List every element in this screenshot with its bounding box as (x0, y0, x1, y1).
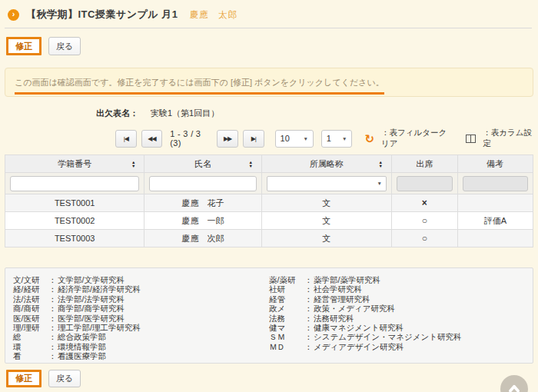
top-toolbar: 修正 戻る (5, 37, 533, 55)
header-name[interactable]: 氏名 ▲▼ (144, 155, 262, 173)
legend-item: ＳＭ：システムデザイン・マネジメント研究科 (269, 332, 525, 341)
sheet-name-value: 実験1（第1回目） (151, 108, 219, 119)
legend-item: 健マ：健康マネジメント研究科 (269, 323, 525, 332)
page-title: 【秋学期】ITC授業サンプル 月1 (26, 8, 178, 22)
table-filter-row: ▼ (5, 173, 533, 194)
cell-attendance: ○ (391, 212, 457, 230)
cell-note (457, 230, 533, 247)
header-student-id-label: 学籍番号 (58, 159, 91, 168)
cell-affiliation: 文 (261, 212, 391, 230)
header-note-label: 備考 (487, 159, 503, 168)
filter-student-id-input[interactable] (10, 176, 139, 191)
table-header-row: 学籍番号 ▲▼ 氏名 ▲▼ 所属略称 ▲▼ 出席 備考 (5, 155, 533, 173)
page-header: › 【秋学期】ITC授業サンプル 月1 慶應 太郎 (5, 0, 533, 22)
sort-icon: ▲▼ (131, 161, 135, 168)
chevron-up-icon (506, 381, 522, 392)
sort-icon: ▲▼ (248, 161, 252, 168)
header-name-label: 氏名 (194, 159, 211, 168)
header-attendance-label: 出席 (416, 159, 433, 168)
cell-name: 慶應 次郎 (144, 230, 262, 247)
attendance-table: 学籍番号 ▲▼ 氏名 ▲▼ 所属略称 ▲▼ 出席 備考 (5, 154, 533, 247)
back-button-bottom[interactable]: 戻る (48, 370, 81, 387)
pagination-bar: |◀ ◀◀ 1 - 3 / 3 (3) ▶▶ ▶| 10 ▼ 1 ▼ ↻ ：表フ… (115, 129, 533, 148)
filter-attendance-input-disabled (397, 176, 453, 191)
confirmation-notice-text: この画面は確認画面です。修正を完了するには画面下の [修正] ボタンをクリックし… (15, 77, 384, 95)
legend-item: 理/理研：理工学部/理工学研究科 (13, 323, 269, 332)
affiliation-legend: 文/文研：文学部/文学研究科 経/経研：経済学部/経済学研究科 法/法研：法学部… (5, 267, 533, 364)
filter-note-input-disabled (463, 176, 528, 191)
legend-item: 総：総合政策学部 (13, 332, 269, 341)
chevron-down-icon: ▼ (303, 136, 307, 141)
edit-button-bottom[interactable]: 修正 (6, 370, 42, 387)
legend-item: 薬/薬研：薬学部/薬学研究科 (269, 275, 525, 284)
bottom-toolbar: 修正 戻る (5, 370, 533, 387)
sheet-meta: 出欠表名： 実験1（第1回目） (5, 108, 533, 119)
cell-name: 慶應 花子 (144, 194, 262, 212)
back-button-top[interactable]: 戻る (48, 37, 81, 55)
breadcrumb-arrow-icon: › (8, 9, 19, 21)
filter-affiliation-select[interactable]: ▼ (267, 176, 387, 191)
first-page-button[interactable]: |◀ (115, 130, 137, 148)
cell-attendance: × (391, 194, 457, 212)
sheet-name-label: 出欠表名： (96, 108, 138, 119)
page-size-select[interactable]: 10 ▼ (275, 130, 314, 148)
page-range-text: 1 - 3 / 3 (3) (170, 129, 209, 148)
legend-left-column: 文/文研：文学部/文学研究科 経/経研：経済学部/経済学研究科 法/法研：法学部… (13, 275, 269, 356)
header-student-id[interactable]: 学籍番号 ▲▼ (5, 155, 144, 173)
chevron-down-icon: ▼ (342, 136, 347, 141)
legend-item: 文/文研：文学部/文学研究科 (13, 275, 269, 284)
chevron-down-icon: ▼ (377, 181, 381, 186)
filter-clear-label: ：表フィルタークリア (381, 128, 453, 149)
header-affiliation[interactable]: 所属略称 ▲▼ (261, 155, 391, 173)
cell-note: 評価A (457, 212, 533, 230)
table-row: TEST0003 慶應 次郎 文 ○ (5, 230, 533, 247)
page-number-select[interactable]: 1 ▼ (321, 130, 353, 148)
header-note: 備考 (457, 155, 533, 173)
instructor-name-link[interactable]: 慶應 太郎 (190, 9, 238, 21)
page-number-value: 1 (327, 134, 331, 143)
filter-name-input[interactable] (149, 176, 257, 191)
legend-item: 社研：社会学研究科 (269, 284, 525, 294)
legend-item: 環：環境情報学部 (13, 342, 269, 351)
legend-right-column: 薬/薬研：薬学部/薬学研究科 社研：社会学研究科 経管：経営管理研究科 政メ：政… (269, 275, 525, 356)
prev-page-button[interactable]: ◀◀ (141, 130, 163, 148)
legend-item: ＭＤ：メディアデザイン研究科 (269, 342, 525, 351)
next-page-button[interactable]: ▶▶ (217, 130, 238, 148)
legend-item: 経/経研：経済学部/経済学研究科 (13, 284, 269, 294)
cell-attendance: ○ (391, 230, 457, 247)
cell-name: 慶應 一郎 (144, 212, 262, 230)
legend-item: 政メ：政策・メディア研究科 (269, 304, 525, 313)
cell-affiliation: 文 (261, 230, 391, 247)
legend-item: 法/法研：法学部/法学研究科 (13, 294, 269, 304)
cell-student-id: TEST0002 (5, 212, 144, 230)
last-page-button[interactable]: ▶| (243, 130, 264, 148)
table-row: TEST0001 慶應 花子 文 × (5, 194, 533, 212)
table-row: TEST0002 慶應 一郎 文 ○ 評価A (5, 212, 533, 230)
legend-item: 商/商研：商学部/商学研究科 (13, 304, 269, 313)
cell-affiliation: 文 (261, 194, 391, 212)
cell-student-id: TEST0001 (5, 194, 144, 212)
page: › 【秋学期】ITC授業サンプル 月1 慶應 太郎 修正 戻る この画面は確認画… (0, 0, 538, 392)
header-affiliation-label: 所属略称 (310, 159, 344, 168)
table-columns-icon[interactable] (466, 135, 476, 143)
confirmation-notice: この画面は確認画面です。修正を完了するには画面下の [修正] ボタンをクリックし… (5, 68, 533, 97)
edit-button-top[interactable]: 修正 (6, 37, 42, 55)
filter-clear-icon[interactable]: ↻ (364, 133, 374, 145)
cell-note (457, 194, 533, 212)
legend-item: 経管：経営管理研究科 (269, 294, 525, 304)
page-size-value: 10 (281, 134, 290, 143)
legend-item: 看：看護医療学部 (13, 351, 269, 360)
legend-item: 法務：法務研究科 (269, 314, 525, 323)
header-divider (5, 28, 532, 28)
legend-item: 医/医研：医学部/医学研究科 (13, 314, 269, 323)
cell-student-id: TEST0003 (5, 230, 144, 247)
column-config-label: ：表カラム設定 (483, 128, 533, 149)
header-attendance: 出席 (391, 155, 457, 173)
sort-icon: ▲▼ (378, 161, 382, 168)
